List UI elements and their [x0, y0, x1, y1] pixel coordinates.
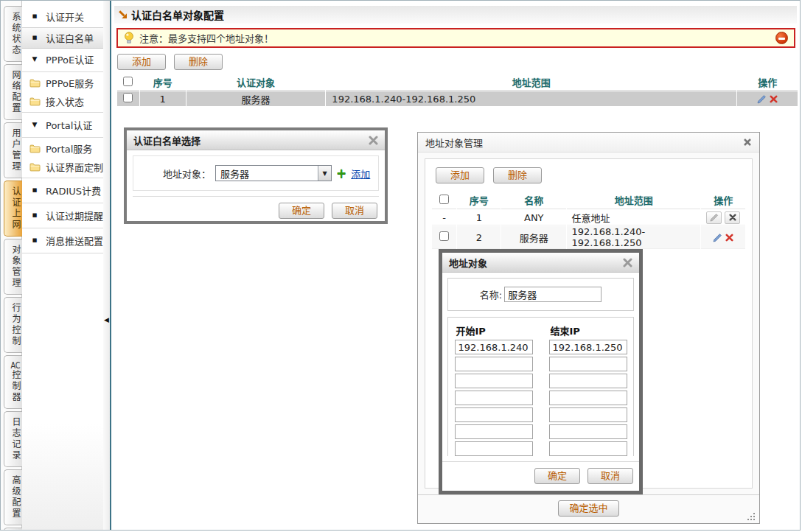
sidebar-item-auth-page-custom[interactable]: 认证界面定制 — [22, 158, 103, 176]
dialog-footer: 确定选中 — [418, 494, 759, 523]
module-tabstrip: 系统状态 网络配置 用户管理 认证上网 对象管理 行为控制 AC控制器 日志记录… — [3, 6, 22, 531]
add-address-object-link[interactable]: 添加 — [351, 167, 370, 181]
end-ip-field-5[interactable] — [549, 407, 627, 422]
ip-range-panel: 开始IP 结束IP — [447, 317, 634, 456]
delete-x-icon[interactable] — [725, 234, 733, 242]
resize-grip[interactable] — [747, 511, 756, 520]
start-ip-field-3[interactable] — [455, 374, 533, 388]
sidebar-item-label: Portal服务 — [46, 141, 92, 155]
ok-button[interactable]: 确定 — [279, 203, 324, 219]
start-ip-field-1[interactable] — [455, 340, 533, 354]
sidebar-item-pppoe-service[interactable]: PPPoE服务 — [22, 74, 103, 92]
dialog-footer: 确定 取消 — [442, 461, 639, 491]
end-ip-field-6[interactable] — [549, 424, 627, 439]
tab-user-management[interactable]: 用户管理 — [4, 122, 22, 178]
delete-button[interactable]: 删除 — [174, 54, 223, 70]
chevron-down-icon[interactable]: ▼ — [318, 166, 331, 181]
page-title: 认证白名单对象配置 — [131, 7, 224, 22]
dismiss-notice-icon[interactable] — [775, 32, 788, 44]
delete-x-icon[interactable] — [770, 95, 778, 103]
sidebar-item-label: 消息推送配置 — [46, 234, 103, 248]
sidebar-item-access-status[interactable]: 接入状态 — [22, 92, 103, 111]
sidebar-item-auth-expire-reminder[interactable]: ■ 认证过期提醒 — [22, 205, 103, 226]
tab-advanced-config[interactable]: 高级配置 — [4, 469, 22, 525]
notice-text: 注意：最多支持四个地址对象！ — [139, 31, 273, 45]
sidebar-item-radius-billing[interactable]: ■ RADIUS计费 — [22, 180, 103, 201]
chevron-down-icon: ▼ — [29, 122, 41, 128]
menu-divider — [22, 178, 103, 178]
edit-icon[interactable] — [713, 233, 722, 242]
ok-button[interactable]: 确定 — [534, 468, 580, 484]
start-ip-field-5[interactable] — [455, 407, 533, 422]
dialog-titlebar[interactable]: 认证白名单选择 — [127, 130, 385, 150]
delete-button[interactable]: 删除 — [493, 167, 542, 183]
cancel-button[interactable]: 取消 — [332, 203, 377, 219]
row-select-checkbox[interactable] — [123, 93, 133, 102]
dialog-titlebar[interactable]: 地址对象 — [442, 253, 639, 273]
collapse-arrow-icon[interactable]: ◀ — [104, 317, 109, 323]
select-all-checkbox[interactable] — [439, 195, 449, 204]
arrow-se-icon — [118, 10, 128, 20]
close-icon[interactable] — [369, 136, 378, 145]
folder-icon — [29, 163, 41, 172]
confirm-selected-button[interactable]: 确定选中 — [558, 500, 618, 517]
tab-auth-internet[interactable]: 认证上网 — [4, 181, 22, 237]
tab-log-records[interactable]: 日志记录 — [4, 411, 22, 467]
name-panel: 名称: — [447, 278, 634, 311]
tab-system-status[interactable]: 系统状态 — [4, 6, 22, 62]
start-ip-field-4[interactable] — [455, 391, 533, 405]
address-object-select[interactable]: 服务器 ▼ — [215, 165, 332, 181]
add-button[interactable]: 添加 — [117, 54, 166, 70]
sidebar-item-auth-switch[interactable]: ■ 认证开关 — [22, 6, 103, 27]
close-icon[interactable] — [623, 258, 632, 267]
dialog-titlebar[interactable]: 地址对象管理 — [418, 133, 759, 153]
end-ip-field-1[interactable] — [549, 340, 627, 354]
edit-icon[interactable] — [757, 94, 767, 104]
sidebar-item-label: PPPoE认证 — [46, 52, 94, 66]
tab-ac-controller[interactable]: AC控制器 — [4, 355, 22, 409]
sidebar-item-auth-whitelist[interactable]: ■ 认证白名单 — [22, 27, 103, 49]
sidebar-item-pppoe-auth[interactable]: ▼ PPPoE认证 — [22, 49, 103, 70]
sidebar-splitter[interactable]: ◀ — [103, 1, 111, 530]
end-ip-field-4[interactable] — [549, 391, 627, 405]
sidebar-item-portal-auth[interactable]: ▼ Portal认证 — [22, 114, 103, 136]
row-no: 2 — [457, 226, 501, 249]
row-operations — [701, 210, 745, 225]
whitelist-table: 序号 认证对象 地址范围 操作 1 服务器 192.168.1.240-192.… — [116, 74, 798, 107]
sidebar-item-message-push-config[interactable]: ■ 消息推送配置 — [22, 230, 103, 251]
end-ip-field-2[interactable] — [549, 357, 627, 371]
row-select-cell — [117, 91, 139, 106]
column-header-operation: 操作 — [737, 74, 798, 91]
name-field[interactable] — [504, 287, 602, 302]
row-name: ANY — [501, 210, 566, 225]
close-icon[interactable] — [743, 138, 752, 147]
tab-label: 对象管理 — [10, 245, 21, 289]
tab-network-config[interactable]: 网络配置 — [4, 64, 22, 120]
cancel-button[interactable]: 取消 — [587, 468, 633, 484]
add-button[interactable]: 添加 — [436, 167, 484, 183]
start-ip-field-2[interactable] — [455, 357, 533, 371]
end-ip-field-3[interactable] — [549, 374, 627, 388]
tab-device-maintenance[interactable]: 设备维护 — [4, 528, 22, 531]
selected-option-label: 服务器 — [216, 166, 318, 181]
start-ip-field-7[interactable] — [455, 441, 533, 456]
sidebar-item-label: 认证白名单 — [46, 31, 94, 45]
row-range: 任意地址 — [567, 210, 700, 225]
dialog-footer: 确定 取消 — [133, 196, 379, 219]
select-all-checkbox[interactable] — [123, 77, 133, 86]
row-select-checkbox[interactable] — [439, 231, 449, 241]
tab-behavior-control[interactable]: 行为控制 — [4, 297, 22, 353]
column-header-operation: 操作 — [701, 192, 745, 209]
sidebar-item-label: 认证过期提醒 — [46, 209, 103, 223]
table-header-row: 序号 名称 地址范围 操作 — [432, 192, 745, 209]
table-row: - 1 ANY 任意地址 — [432, 210, 745, 225]
sidebar-item-portal-service[interactable]: Portal服务 — [22, 139, 103, 158]
start-ip-field-6[interactable] — [455, 424, 533, 439]
edit-icon[interactable] — [706, 211, 722, 224]
end-ip-field-7[interactable] — [549, 441, 627, 456]
sidebar-menu: ■ 认证开关 ■ 认证白名单 ▼ PPPoE认证 PPPoE服务 接入状态 ▼ — [22, 1, 103, 530]
row-select-cell: - — [432, 210, 456, 225]
folder-icon — [29, 144, 41, 153]
tab-object-management[interactable]: 对象管理 — [4, 239, 22, 295]
row-operations — [737, 91, 798, 106]
